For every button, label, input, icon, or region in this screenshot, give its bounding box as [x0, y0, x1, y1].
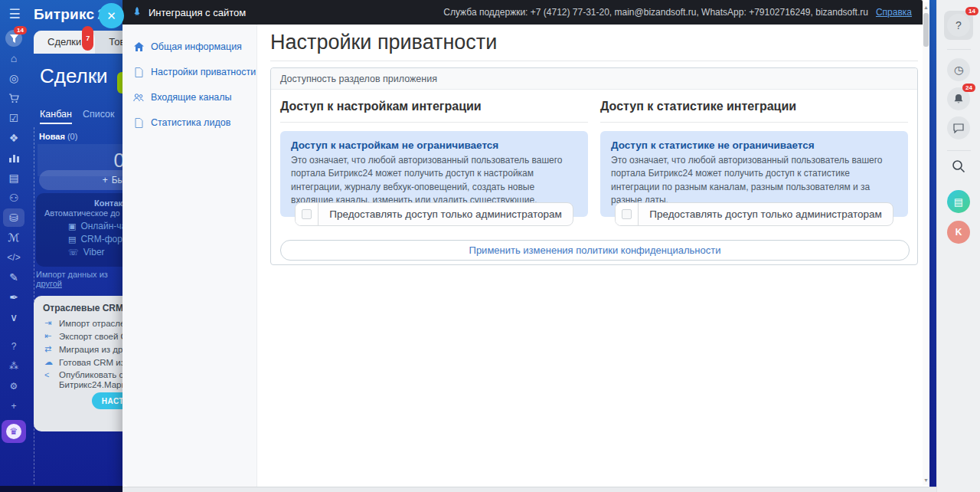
column-heading: Доступ к настройкам интеграции [280, 90, 588, 123]
channel-online-chat[interactable]: ▣ Онлайн-чат [68, 221, 131, 231]
checkbox-cell [616, 203, 639, 225]
document-edit-icon[interactable]: ✎ [3, 268, 24, 287]
feed-badge: 14 [14, 26, 27, 34]
apply-privacy-button[interactable]: Применить изменения политики конфиденциа… [280, 240, 910, 261]
database-icon[interactable]: ⛁ [3, 208, 24, 227]
menu-item-label: Входящие каналы [151, 92, 232, 103]
close-slider-button[interactable]: ✕ [99, 3, 124, 28]
card-columns: Доступ к настройкам интеграции Доступ к … [271, 90, 917, 226]
content-title: Настройки приватности [270, 31, 497, 54]
plus-icon[interactable]: + [3, 397, 24, 415]
scroll-up-icon[interactable]: ▲ [923, 5, 929, 10]
chat-bubble-icon [947, 116, 970, 139]
history-button[interactable]: ◷ [947, 58, 970, 81]
checkbox-label: Предоставлять доступ только администрато… [318, 203, 573, 225]
crown-glyph: ♛ [6, 424, 21, 439]
robot-icon[interactable]: ⚇ [3, 189, 24, 207]
alert-container: Доступ к настройкам не ограничивается Эт… [280, 123, 588, 196]
checkbox-label: Предоставлять доступ только администрато… [639, 203, 893, 225]
contacts-icon[interactable]: ▤ [3, 169, 24, 187]
home-icon[interactable]: ⌂ [3, 49, 24, 67]
tab-deals-label: Сделки [47, 36, 81, 48]
admins-only-checkbox[interactable] [302, 209, 312, 219]
viber-icon: ☏ [68, 248, 79, 257]
admins-only-settings-checkbox-group[interactable]: Предоставлять доступ только администрато… [295, 202, 573, 226]
gear-icon[interactable]: ⚙ [3, 377, 24, 395]
hamburger-menu-icon[interactable]: ☰ [6, 6, 23, 23]
user-avatar[interactable]: K [947, 221, 970, 244]
title-divider [270, 61, 918, 61]
cart-icon[interactable] [3, 89, 24, 107]
channel-viber[interactable]: ☏ Viber [68, 247, 105, 257]
checkbox-cell [296, 203, 318, 225]
import-text: Импорт данных из [36, 270, 108, 279]
export-icon: ⇤ [44, 331, 54, 341]
share-network-icon[interactable]: ❖ [3, 129, 24, 147]
live-feed-icon[interactable]: 14 [3, 29, 24, 48]
left-rail: 14 ⌂ ◎ ☑ ❖ ▤ ⚇ ⛁ ℳ </> ✎ ✒ ∨ ? ⁂ ⚙ + ♛ [0, 29, 28, 443]
kanban-column-header: Новая (0) [39, 132, 77, 141]
clock-icon: ◷ [947, 58, 970, 81]
menu-item-label: Настройки приватности [151, 67, 256, 77]
rail-divider [947, 150, 971, 151]
structure-icon[interactable]: ⁂ [3, 357, 24, 376]
bottom-scroll-strip[interactable] [122, 487, 936, 492]
chart-icon[interactable] [3, 149, 24, 167]
messenger-button[interactable] [947, 116, 970, 139]
view-tab-kanban[interactable]: Канбан [40, 109, 72, 124]
menu-item-label: Общая информация [151, 41, 242, 52]
chevron-down-icon[interactable]: ∨ [3, 308, 24, 326]
news-button[interactable]: ▤ [947, 190, 970, 213]
menu-item-privacy[interactable]: Настройки приватности [122, 62, 256, 82]
menu-item-lead-stats[interactable]: Статистика лидов [122, 113, 256, 133]
settings-access-column: Доступ к настройкам интеграции Доступ к … [280, 90, 588, 226]
help-icon[interactable]: ? [3, 337, 24, 356]
tariff-crown-icon[interactable]: ♛ [2, 420, 26, 443]
help-link[interactable]: Справка [876, 7, 912, 18]
alert-text: Это означает, что любой авторизованный п… [291, 154, 577, 208]
people-icon [133, 93, 144, 102]
availability-card: Доступность разделов приложения Доступ к… [270, 67, 918, 265]
card-header: Доступность разделов приложения [271, 68, 917, 90]
plus-icon: + [103, 175, 108, 185]
notifications-badge: 24 [962, 84, 975, 92]
stats-access-column: Доступ к статистике интеграции Доступ к … [600, 90, 908, 226]
automation-icon[interactable]: ℳ [3, 228, 24, 247]
brand-name: Битрикс [34, 6, 94, 22]
import-data-link[interactable]: Импорт данных из другой [36, 270, 133, 288]
modal-scrollbar[interactable]: ▲ ▼ [923, 2, 929, 485]
tab-deals-badge: 7 [82, 26, 93, 51]
admins-only-stats-checkbox-group[interactable]: Предоставлять доступ только администрато… [615, 202, 893, 226]
menu-item-general[interactable]: Общая информация [122, 37, 256, 57]
form-icon: ▤ [68, 235, 76, 244]
contact-center-subtitle: Автоматическое до [44, 208, 120, 218]
home-filled-icon [133, 42, 144, 51]
slider-title: Интеграция с сайтом [149, 7, 246, 18]
scrollbar-thumb[interactable] [923, 13, 929, 47]
code-icon[interactable]: </> [3, 248, 24, 267]
news-icon: ▤ [947, 190, 970, 213]
slider-content: Настройки приватности Доступность раздел… [258, 25, 923, 487]
signature-icon[interactable]: ✒ [3, 288, 24, 307]
share-icon: < [44, 370, 54, 379]
support-text: Служба поддержки: +7 (4712) 77-31-20, ma… [443, 7, 868, 18]
menu-item-channels[interactable]: Входящие каналы [122, 87, 256, 107]
document-icon [133, 118, 144, 128]
scroll-down-icon[interactable]: ▼ [923, 477, 929, 483]
right-rail: ? 14 ◷ 24 ▤ K [936, 0, 980, 492]
view-tab-list[interactable]: Список [83, 109, 115, 124]
import-link-word[interactable]: другой [36, 279, 62, 288]
industry-crm-widget: Отраслевые CRM для ва ⇥ Импорт отраслево… [34, 296, 137, 431]
slider-header: Интеграция с сайтом Служба поддержки: +7… [122, 0, 923, 25]
target-icon[interactable]: ◎ [3, 69, 24, 87]
menu-item-label: Статистика лидов [151, 117, 230, 128]
admins-only-checkbox[interactable] [622, 209, 632, 219]
search-button[interactable] [952, 159, 965, 176]
tasks-icon[interactable]: ☑ [3, 109, 24, 127]
tab-deals[interactable]: Сделки 7 [34, 31, 95, 54]
alert-title: Доступ к статистике не ограничивается [611, 139, 897, 151]
favorite-star-icon[interactable]: ☆ [90, 69, 103, 86]
cloud-icon: ☁ [44, 357, 54, 367]
helpdesk-button[interactable]: ? 14 [944, 11, 973, 40]
notifications-button[interactable]: 24 [947, 87, 970, 110]
